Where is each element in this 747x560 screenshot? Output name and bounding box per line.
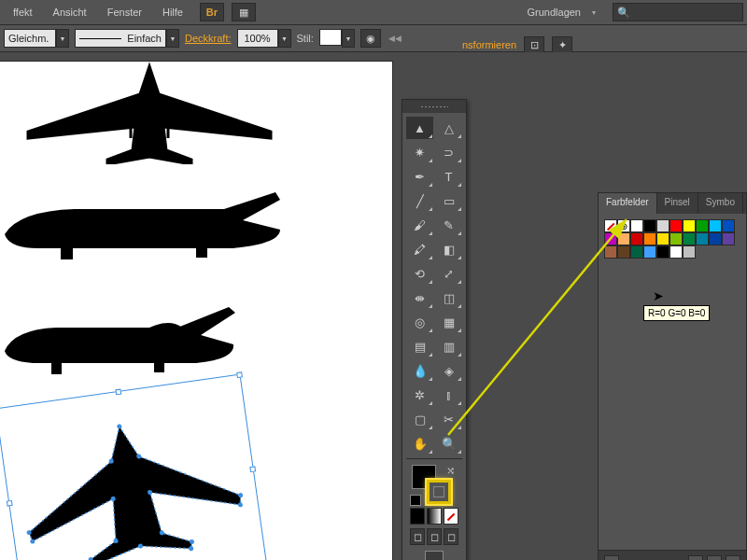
swatch-cell[interactable] (617, 232, 630, 245)
chevron-down-icon[interactable]: ▼ (56, 29, 69, 48)
swatch-cell[interactable] (722, 232, 735, 245)
direct-selection-tool[interactable]: △ (435, 117, 462, 139)
swatch-cell[interactable] (709, 232, 722, 245)
lasso-tool[interactable]: ⊃ (435, 141, 462, 163)
menu-view[interactable]: Ansicht (44, 3, 96, 21)
menu-effect[interactable]: ffekt (4, 3, 42, 21)
swatch-cell[interactable] (630, 219, 643, 232)
draw-behind-button[interactable]: ◻ (427, 528, 442, 545)
shape-builder-tool[interactable]: ◎ (406, 311, 433, 333)
eraser-tool[interactable]: ◧ (435, 238, 462, 260)
swatch-cell[interactable] (643, 245, 656, 259)
search-input[interactable]: 🔍 (613, 3, 743, 21)
swatch-cell[interactable] (683, 245, 696, 259)
chevron-down-icon[interactable]: ▼ (166, 29, 179, 48)
pencil-tool[interactable]: ✎ (435, 214, 462, 236)
recolor-artwork-button[interactable]: ◉ (360, 29, 381, 48)
menu-window[interactable]: Fenster (98, 3, 151, 21)
swatch-cell[interactable] (696, 219, 709, 232)
hand-tool[interactable]: ✋ (406, 432, 433, 455)
width-tool[interactable]: ⇼ (406, 287, 433, 309)
scale-tool[interactable]: ⤢ (435, 262, 462, 285)
swatch-cell[interactable] (656, 219, 669, 232)
tools-panel[interactable]: ▲ △ ✷ ⊃ ✒ T ╱ ▭ 🖌 ✎ 🖍 ◧ ⟲ ⤢ ⇼ ◫ ◎ ▦ ▤ ▥ … (402, 99, 467, 560)
swatch-cell[interactable] (604, 232, 617, 245)
artboard[interactable] (0, 62, 392, 560)
swatch-cell[interactable] (709, 219, 722, 232)
screen-mode-button[interactable] (425, 551, 444, 560)
swatch-grid[interactable]: ⊕ (604, 219, 740, 259)
swatch-cell[interactable] (683, 232, 696, 245)
swatch-cell[interactable] (722, 219, 735, 232)
gradient-tool[interactable]: ▥ (435, 335, 462, 357)
bridge-button[interactable]: Br (200, 3, 224, 21)
stroke-profile-combo[interactable]: Gleichm. (4, 29, 56, 48)
arrange-docs-button[interactable]: ▦ (232, 3, 256, 21)
tab-symbols[interactable]: Symbo (698, 193, 743, 214)
swatch-cell[interactable] (643, 232, 656, 245)
blend-tool[interactable]: ◈ (435, 359, 462, 382)
slice-tool[interactable]: ✂ (435, 408, 462, 430)
color-mode-button[interactable] (410, 508, 425, 525)
swap-fill-stroke-icon[interactable]: ⤭ (446, 465, 455, 477)
paintbrush-tool[interactable]: 🖌 (406, 214, 433, 236)
pen-tool[interactable]: ✒ (406, 165, 433, 188)
line-tool[interactable]: ╱ (406, 189, 433, 212)
swatch-options-button[interactable] (688, 555, 703, 561)
draw-inside-button[interactable]: ◻ (444, 528, 458, 545)
swatch-cell[interactable] (604, 245, 617, 259)
isolate-button[interactable]: ⊡ (524, 36, 544, 53)
swatch-cell[interactable] (630, 245, 643, 259)
delete-swatch-button[interactable] (726, 555, 740, 561)
draw-normal-button[interactable]: ◻ (410, 528, 425, 545)
swatch-cell[interactable] (656, 232, 669, 245)
tab-brushes[interactable]: Pinsel (657, 193, 698, 214)
swatch-cell[interactable] (630, 232, 643, 245)
rotate-tool[interactable]: ⟲ (406, 262, 433, 285)
mesh-tool[interactable]: ▤ (406, 335, 433, 357)
stroke-color-box[interactable] (427, 480, 451, 504)
opacity-value[interactable]: 100% (237, 29, 278, 48)
graph-tool[interactable]: ⫿ (435, 384, 462, 406)
collapse-icon[interactable]: ◀◀ (387, 29, 403, 48)
swatch-cell[interactable] (617, 245, 630, 259)
align-button[interactable]: ✦ (552, 36, 572, 53)
artboard-tool[interactable]: ▢ (406, 408, 433, 430)
symbol-sprayer-tool[interactable]: ✲ (406, 384, 433, 406)
gradient-mode-button[interactable] (427, 508, 442, 525)
swatch-libraries-button[interactable] (604, 555, 619, 561)
zoom-tool[interactable]: 🔍 (435, 432, 462, 455)
swatch-cell[interactable] (656, 245, 669, 259)
workspace-switcher[interactable]: Grundlagen ▾ (516, 4, 602, 21)
chevron-down-icon[interactable]: ▼ (342, 29, 355, 48)
none-mode-button[interactable] (444, 508, 458, 525)
default-fill-stroke-icon[interactable] (410, 495, 421, 506)
brush-definition-combo[interactable]: Einfach (75, 29, 166, 48)
swatch-cell[interactable] (669, 232, 683, 245)
swatch-cell[interactable] (643, 219, 656, 232)
tab-swatches[interactable]: Farbfelder (599, 193, 657, 214)
swatch-none[interactable] (604, 219, 617, 232)
graphic-style-swatch[interactable] (319, 29, 342, 46)
eyedropper-tool[interactable]: 💧 (406, 359, 433, 382)
selection-tool[interactable]: ▲ (406, 117, 433, 139)
menu-help[interactable]: Hilfe (153, 3, 192, 21)
rectangle-tool[interactable]: ▭ (435, 189, 462, 212)
swatch-cell[interactable] (696, 232, 709, 245)
swatch-cell[interactable] (683, 219, 696, 232)
opacity-label[interactable]: Deckkraft: (185, 33, 232, 44)
blob-brush-tool[interactable]: 🖍 (406, 238, 433, 260)
panel-grip[interactable] (402, 100, 466, 113)
chevron-down-icon[interactable]: ▼ (278, 29, 291, 48)
magic-wand-tool[interactable]: ✷ (406, 141, 433, 163)
swatch-registration[interactable]: ⊕ (617, 219, 630, 232)
new-swatch-button[interactable] (707, 555, 722, 561)
swatch-cell[interactable] (669, 245, 683, 259)
free-transform-tool[interactable]: ◫ (435, 287, 462, 309)
swatch-cell[interactable] (669, 219, 683, 232)
swatches-panel[interactable]: Farbfelder Pinsel Symbo ⊕ ➤ R=0 G=0 B=0 (598, 192, 747, 560)
perspective-tool[interactable]: ▦ (435, 311, 462, 333)
type-tool[interactable]: T (435, 165, 462, 188)
fill-stroke-controls[interactable]: ⤭ (406, 463, 462, 506)
transform-label[interactable]: nsformieren (462, 39, 516, 50)
